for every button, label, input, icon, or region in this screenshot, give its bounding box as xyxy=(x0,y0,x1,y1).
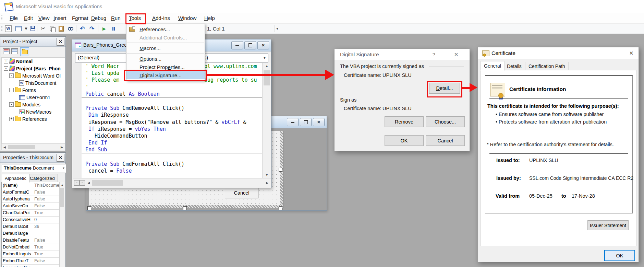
property-row[interactable]: EncryptionPro xyxy=(2,265,65,267)
help-icon[interactable]: ? xyxy=(430,51,438,57)
toolbar-overflow-icon[interactable]: ▾ xyxy=(274,25,280,32)
close-icon[interactable]: ✕ xyxy=(57,154,64,162)
property-row[interactable]: DoNotEmbedTrue xyxy=(2,244,65,251)
scroll-right-icon[interactable]: ▶ xyxy=(264,178,270,187)
scroll-left-icon[interactable]: ◀ xyxy=(2,144,8,150)
resize-handle[interactable] xyxy=(279,168,282,172)
paste-icon[interactable] xyxy=(57,25,65,32)
property-name[interactable]: EncryptionPro xyxy=(2,265,33,267)
menu-item-add-ins[interactable]: Add-Ins xyxy=(151,13,171,23)
property-row[interactable]: AutoSaveOnFalse xyxy=(2,203,65,210)
toggle-folders-icon[interactable] xyxy=(20,47,29,56)
property-row[interactable]: AutoFormatCFalse xyxy=(2,189,65,196)
tab-alphabetic[interactable]: Alphabetic xyxy=(2,174,29,183)
collapse-icon[interactable]: - xyxy=(4,66,8,71)
property-row[interactable]: ChartDataPoiTrue xyxy=(2,210,65,217)
menu-item-insert[interactable]: Insert xyxy=(52,13,68,23)
property-row[interactable]: EmbedTrueTFalse xyxy=(2,258,65,265)
collapse-icon[interactable]: - xyxy=(9,73,14,78)
insert-userform-icon[interactable] xyxy=(14,25,23,32)
tree-item-newmacros[interactable]: NewMacros xyxy=(2,108,65,115)
tab-categorized[interactable]: Categorized xyxy=(27,174,58,183)
restore-icon[interactable] xyxy=(244,41,256,49)
remove-button[interactable]: Remove xyxy=(385,116,424,127)
object-selector-dropdown[interactable]: ThisDocume Document ▾ xyxy=(2,164,66,173)
choose-button[interactable]: Choose... xyxy=(426,116,465,127)
property-name[interactable]: EmbedLinguis xyxy=(2,251,33,257)
restore-icon[interactable] xyxy=(300,118,312,126)
tree-item-userform1[interactable]: UserForm1 xyxy=(2,94,65,101)
menu-item-debug[interactable]: Debug xyxy=(90,13,108,23)
menu-item-format[interactable]: Format xyxy=(71,13,90,23)
save-icon[interactable] xyxy=(29,25,37,32)
tab-general[interactable]: General xyxy=(481,61,505,71)
close-icon[interactable]: ✕ xyxy=(627,50,635,56)
property-name[interactable]: EmbedTrueT xyxy=(2,258,33,264)
property-name[interactable]: DefaultTabSt xyxy=(2,223,33,230)
scrollbar-thumb[interactable] xyxy=(264,70,270,85)
close-icon[interactable]: ✕ xyxy=(452,51,460,58)
word-document-icon[interactable]: W xyxy=(4,25,12,32)
tab-details[interactable]: Details xyxy=(503,62,525,71)
resize-handle[interactable] xyxy=(87,206,91,210)
property-row[interactable]: EmbedLinguisTrue xyxy=(2,251,65,258)
property-name[interactable]: AutoSaveOn xyxy=(2,203,33,209)
issuer-statement-button[interactable]: Issuer Statement xyxy=(587,220,629,230)
code-vertical-scrollbar[interactable]: ▲ ▼ xyxy=(262,63,271,178)
property-row[interactable]: AutoHyphenaFalse xyxy=(2,196,65,203)
menu-item-window[interactable]: Window xyxy=(177,13,198,23)
toolbar-grip[interactable] xyxy=(1,26,2,32)
tree-item-references[interactable]: +References xyxy=(2,115,65,123)
property-name[interactable]: ConsecutiveH xyxy=(2,217,33,223)
cancel-button[interactable]: Cancel xyxy=(426,135,465,146)
menu-item-edit[interactable]: Edit xyxy=(23,13,34,23)
expand-icon[interactable]: + xyxy=(9,117,14,121)
property-name[interactable]: DoNotEmbed xyxy=(2,244,33,251)
copy-icon[interactable] xyxy=(48,25,56,32)
scroll-down-icon[interactable]: ▼ xyxy=(263,172,271,178)
menu-item-run[interactable]: Run xyxy=(110,13,122,23)
menu-item-file[interactable]: File xyxy=(8,13,19,23)
minimize-icon[interactable] xyxy=(231,41,243,49)
find-icon[interactable] xyxy=(66,25,75,32)
collapse-icon[interactable]: - xyxy=(9,88,14,92)
properties-vertical-scrollbar[interactable]: ▲ xyxy=(59,182,65,267)
scroll-right-icon[interactable]: ▶ xyxy=(59,144,65,150)
property-row[interactable]: DefaultTabSt36 xyxy=(2,223,65,230)
ok-button[interactable]: OK xyxy=(385,135,424,146)
menu-item-view[interactable]: View xyxy=(37,13,51,23)
undo-icon[interactable]: ↶ xyxy=(78,25,86,32)
menu-item-help[interactable]: Help xyxy=(203,13,216,23)
scrollbar-thumb[interactable] xyxy=(92,180,123,186)
property-row[interactable]: (Name)ThisDocume xyxy=(2,182,65,189)
scroll-up-icon[interactable]: ▲ xyxy=(263,63,271,69)
break-icon[interactable] xyxy=(110,25,118,32)
tools-menu-item-references---[interactable]: References... xyxy=(126,25,205,33)
view-code-icon[interactable] xyxy=(3,48,10,54)
scroll-left-icon[interactable]: ◀ xyxy=(86,178,92,187)
project-horizontal-scrollbar[interactable]: ◀ ▶ xyxy=(1,144,65,150)
procedure-view-icon[interactable]: ≡ xyxy=(74,180,80,186)
collapse-icon[interactable]: - xyxy=(9,102,14,107)
property-name[interactable]: ChartDataPoi xyxy=(2,210,33,216)
redo-icon[interactable]: ↷ xyxy=(88,25,96,32)
tools-menu-item-macros---[interactable]: Macros... xyxy=(126,44,205,52)
minimize-icon[interactable] xyxy=(287,118,299,126)
toolbar-grip[interactable] xyxy=(1,15,2,21)
property-name[interactable]: DefaultTarge xyxy=(2,230,33,237)
resize-handle[interactable] xyxy=(279,206,282,210)
property-name[interactable]: DisableFeatu xyxy=(2,237,33,244)
tab-certification-path[interactable]: Certification Path xyxy=(525,62,569,71)
tools-menu-item-options---[interactable]: Options... xyxy=(126,55,205,63)
tree-item-modules[interactable]: -Modules xyxy=(2,101,65,108)
close-icon[interactable]: ✕ xyxy=(257,41,269,49)
property-name[interactable]: AutoFormatC xyxy=(2,189,33,196)
tree-item-normal[interactable]: +Normal xyxy=(2,58,65,65)
code-horizontal-scrollbar[interactable]: ≡ ≡ ◀ ▶ xyxy=(73,178,271,187)
ok-button[interactable]: OK xyxy=(604,250,635,261)
scrollbar-thumb[interactable] xyxy=(60,188,64,207)
property-row[interactable]: ConsecutiveH0 xyxy=(2,217,65,223)
view-object-icon[interactable] xyxy=(11,48,18,54)
close-icon[interactable]: ✕ xyxy=(57,38,64,46)
run-icon[interactable]: ▶ xyxy=(100,25,108,32)
